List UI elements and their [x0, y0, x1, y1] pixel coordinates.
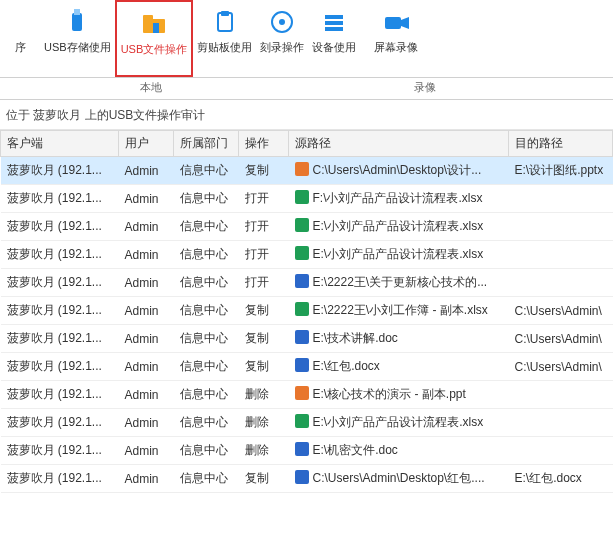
table-row[interactable]: 菠萝吹月 (192.1...Admin信息中心打开E:\小刘产品产品设计流程表.… [1, 241, 613, 269]
cell-client: 菠萝吹月 (192.1... [1, 325, 119, 353]
cell-dst: E:\设计图纸.pptx [509, 157, 613, 185]
table-row[interactable]: 菠萝吹月 (192.1...Admin信息中心删除E:\小刘产品产品设计流程表.… [1, 409, 613, 437]
cell-user: Admin [119, 325, 174, 353]
cell-dst [509, 409, 613, 437]
cell-action: 删除 [239, 437, 289, 465]
cell-dept: 信息中心 [174, 409, 239, 437]
ribbon-item-usb-file[interactable]: USB文件操作 [115, 0, 194, 77]
svg-rect-12 [385, 17, 401, 29]
cell-action: 复制 [239, 465, 289, 493]
cell-dept: 信息中心 [174, 325, 239, 353]
cell-src: E:\机密文件.doc [289, 437, 509, 465]
svg-rect-3 [143, 15, 153, 21]
group-label-record: 录像 [414, 80, 436, 95]
table-row[interactable]: 菠萝吹月 (192.1...Admin信息中心删除E:\机密文件.doc [1, 437, 613, 465]
cell-dst [509, 241, 613, 269]
table-header-row: 客户端 用户 所属部门 操作 源路径 目的路径 [1, 131, 613, 157]
cell-dept: 信息中心 [174, 381, 239, 409]
svg-rect-10 [325, 21, 343, 25]
file-icon [295, 470, 309, 484]
table-row[interactable]: 菠萝吹月 (192.1...Admin信息中心复制C:\Users\Admin\… [1, 157, 613, 185]
ribbon-item-seq[interactable]: 序 [0, 0, 40, 77]
ribbon-item-usb-storage[interactable]: USB存储使用 [40, 0, 115, 77]
cell-client: 菠萝吹月 (192.1... [1, 381, 119, 409]
cell-dept: 信息中心 [174, 241, 239, 269]
cell-user: Admin [119, 241, 174, 269]
table-row[interactable]: 菠萝吹月 (192.1...Admin信息中心复制E:\技术讲解.docC:\U… [1, 325, 613, 353]
cell-dst [509, 381, 613, 409]
cell-action: 复制 [239, 297, 289, 325]
cell-dept: 信息中心 [174, 213, 239, 241]
table-row[interactable]: 菠萝吹月 (192.1...Admin信息中心复制E:\红包.docxC:\Us… [1, 353, 613, 381]
cell-action: 打开 [239, 269, 289, 297]
ribbon-item-screenrec[interactable]: 屏幕录像 [370, 0, 422, 77]
device-icon [318, 6, 350, 38]
cell-src: C:\Users\Admin\Desktop\红包.... [289, 465, 509, 493]
cell-src: E:\核心技术的演示 - 副本.ppt [289, 381, 509, 409]
svg-marker-13 [401, 17, 409, 29]
cell-src: E:\2222王\小刘工作簿 - 副本.xlsx [289, 297, 509, 325]
cell-client: 菠萝吹月 (192.1... [1, 185, 119, 213]
col-srcpath[interactable]: 源路径 [289, 131, 509, 157]
cell-dept: 信息中心 [174, 465, 239, 493]
file-icon [295, 246, 309, 260]
cell-dst [509, 185, 613, 213]
cell-action: 打开 [239, 241, 289, 269]
svg-rect-9 [325, 15, 343, 19]
file-icon [295, 274, 309, 288]
cell-client: 菠萝吹月 (192.1... [1, 437, 119, 465]
cell-user: Admin [119, 157, 174, 185]
file-icon [295, 386, 309, 400]
col-user[interactable]: 用户 [119, 131, 174, 157]
cell-user: Admin [119, 381, 174, 409]
col-dept[interactable]: 所属部门 [174, 131, 239, 157]
cell-user: Admin [119, 185, 174, 213]
table-row[interactable]: 菠萝吹月 (192.1...Admin信息中心删除E:\核心技术的演示 - 副本… [1, 381, 613, 409]
cell-client: 菠萝吹月 (192.1... [1, 409, 119, 437]
svg-rect-11 [325, 27, 343, 31]
col-action[interactable]: 操作 [239, 131, 289, 157]
ribbon-item-clipboard[interactable]: 剪贴板使用 [193, 0, 256, 77]
file-icon [295, 442, 309, 456]
svg-rect-4 [153, 23, 159, 33]
cell-src: E:\红包.docx [289, 353, 509, 381]
ribbon-item-burn[interactable]: 刻录操作 [256, 0, 308, 77]
svg-rect-0 [72, 13, 82, 31]
file-icon [295, 414, 309, 428]
cell-dept: 信息中心 [174, 157, 239, 185]
cell-client: 菠萝吹月 (192.1... [1, 241, 119, 269]
cell-src: E:\技术讲解.doc [289, 325, 509, 353]
col-client[interactable]: 客户端 [1, 131, 119, 157]
cell-user: Admin [119, 409, 174, 437]
file-icon [295, 358, 309, 372]
cell-src: C:\Users\Admin\Desktop\设计... [289, 157, 509, 185]
col-dstpath[interactable]: 目的路径 [509, 131, 613, 157]
breadcrumb: 位于 菠萝吹月 上的USB文件操作审计 [0, 100, 613, 130]
cell-action: 打开 [239, 185, 289, 213]
cell-src: F:\小刘产品产品设计流程表.xlsx [289, 185, 509, 213]
table-row[interactable]: 菠萝吹月 (192.1...Admin信息中心复制E:\2222王\小刘工作簿 … [1, 297, 613, 325]
clipboard-icon [209, 6, 241, 38]
file-icon [295, 302, 309, 316]
cell-src: E:\小刘产品产品设计流程表.xlsx [289, 213, 509, 241]
camera-icon [380, 6, 412, 38]
cell-user: Admin [119, 269, 174, 297]
table-row[interactable]: 菠萝吹月 (192.1...Admin信息中心打开E:\小刘产品产品设计流程表.… [1, 213, 613, 241]
group-label-local: 本地 [140, 80, 162, 95]
file-icon [295, 190, 309, 204]
cell-dst: E:\红包.docx [509, 465, 613, 493]
file-icon [295, 162, 309, 176]
svg-rect-1 [74, 9, 80, 15]
cell-client: 菠萝吹月 (192.1... [1, 297, 119, 325]
file-icon [295, 218, 309, 232]
seq-icon [4, 6, 36, 38]
ribbon-group-labels: 本地 录像 [0, 78, 613, 100]
svg-point-8 [279, 19, 285, 25]
table-row[interactable]: 菠萝吹月 (192.1...Admin信息中心打开F:\小刘产品产品设计流程表.… [1, 185, 613, 213]
table-row[interactable]: 菠萝吹月 (192.1...Admin信息中心打开E:\2222王\关于更新核心… [1, 269, 613, 297]
ribbon-item-device[interactable]: 设备使用 [308, 0, 360, 77]
cell-user: Admin [119, 465, 174, 493]
cell-dept: 信息中心 [174, 437, 239, 465]
table-row[interactable]: 菠萝吹月 (192.1...Admin信息中心复制C:\Users\Admin\… [1, 465, 613, 493]
cell-src: E:\小刘产品产品设计流程表.xlsx [289, 241, 509, 269]
